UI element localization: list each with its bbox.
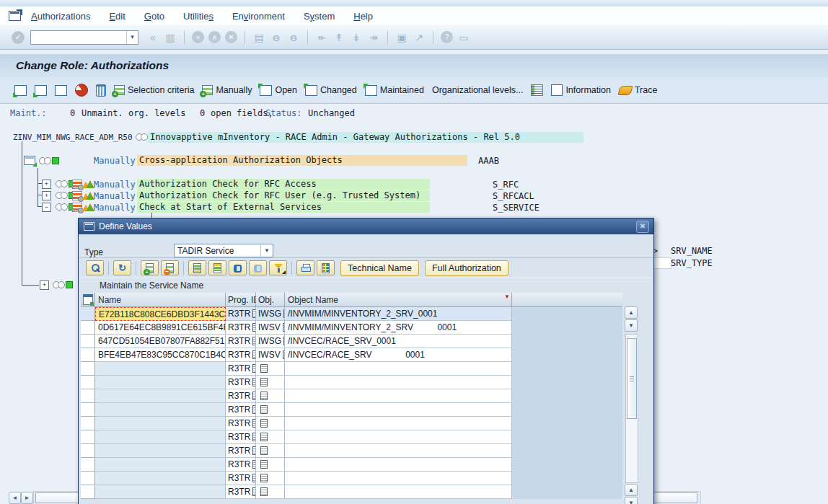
object-name-cell[interactable]: [285, 389, 512, 403]
create-shortcut-icon[interactable]: ↗: [412, 30, 426, 45]
row-selector-cell[interactable]: [81, 417, 95, 430]
name-cell[interactable]: [95, 485, 226, 499]
row-selector-cell[interactable]: [81, 376, 95, 389]
name-cell[interactable]: 647CD51054EB07807FA882F5125B6F: [95, 335, 226, 348]
change-icon[interactable]: [72, 191, 82, 200]
row-selector-cell[interactable]: [81, 444, 95, 458]
object-expander-icon[interactable]: −: [42, 203, 51, 212]
document-icon[interactable]: [260, 364, 268, 373]
obj-cell[interactable]: [256, 389, 285, 403]
name-cell[interactable]: [95, 376, 226, 389]
object-name-cell[interactable]: [285, 362, 512, 376]
save-icon[interactable]: ▥: [163, 30, 177, 45]
row-selector-cell[interactable]: [81, 458, 95, 472]
first-page-icon[interactable]: ↞: [314, 30, 329, 45]
menu-item-help[interactable]: Help: [353, 11, 373, 22]
object-name-cell[interactable]: [285, 485, 512, 499]
enter-check-icon[interactable]: ✓: [12, 31, 25, 44]
prog-id-cell[interactable]: R3TR: [226, 444, 256, 458]
name-cell[interactable]: [95, 403, 226, 417]
last-page-icon[interactable]: ↠: [366, 30, 381, 45]
document-icon[interactable]: [260, 405, 268, 414]
row-selector-cell[interactable]: [81, 430, 95, 444]
obj-cell[interactable]: IWSV: [256, 321, 285, 335]
organizational-levels-button[interactable]: Organizational levels...: [432, 85, 523, 95]
scroll-down-bottom-icon[interactable]: ▼: [625, 497, 638, 504]
obj-cell[interactable]: [256, 458, 285, 472]
sort-ascending-icon[interactable]: [188, 260, 206, 275]
name-cell[interactable]: [95, 430, 226, 444]
obj-cell[interactable]: [256, 417, 285, 430]
vertical-scrollbar-track[interactable]: [625, 334, 638, 483]
prog-id-cell[interactable]: R3TR: [226, 430, 256, 444]
prog-id-cell[interactable]: R3TR: [226, 307, 256, 321]
obj-cell[interactable]: IWSV: [256, 348, 285, 362]
choose-detail-icon[interactable]: [86, 260, 104, 275]
find-icon[interactable]: ꙫ: [269, 30, 283, 45]
new-session-icon[interactable]: ▣: [395, 30, 409, 45]
object-name-cell[interactable]: [285, 376, 512, 389]
find-next-icon[interactable]: [249, 260, 267, 275]
obj-cell[interactable]: [256, 362, 285, 376]
name-cell[interactable]: [95, 417, 226, 430]
prog-id-cell[interactable]: R3TR: [226, 362, 256, 376]
class-text[interactable]: Cross-application Authorization Objects: [137, 155, 467, 166]
object-name-cell[interactable]: /INVMIM/MINVENTORY_2_SRV 0001: [285, 321, 512, 335]
object-expander-icon[interactable]: +: [42, 191, 51, 200]
column-header-prog-id[interactable]: Prog. ID: [226, 293, 256, 307]
select-all-cell[interactable]: [81, 293, 95, 307]
column-header-obj-[interactable]: Obj.: [256, 293, 285, 307]
prog-id-cell[interactable]: R3TR: [226, 403, 256, 417]
open-button[interactable]: Open: [260, 85, 297, 96]
command-field[interactable]: ▼: [30, 30, 138, 45]
document-icon[interactable]: [260, 487, 268, 496]
name-cell[interactable]: 0D617E64EC8B9891CE615BF4F640E5: [95, 321, 226, 335]
next-page-icon[interactable]: ↡: [349, 30, 364, 45]
row-selector-cell[interactable]: [81, 472, 95, 485]
object-maintenance-mode[interactable]: Manually: [94, 191, 136, 201]
manually-button[interactable]: Manually: [202, 85, 252, 95]
name-cell[interactable]: BFE4EB47E83C95CC870C1B4C8756FF: [95, 348, 226, 362]
delete-icon[interactable]: [96, 84, 106, 97]
document-icon[interactable]: [260, 378, 268, 386]
sort-descending-icon[interactable]: [208, 260, 226, 275]
collapse-command-icon[interactable]: «: [146, 30, 160, 45]
menu-item-environment[interactable]: Environment: [232, 11, 285, 22]
row-selector-cell[interactable]: [81, 307, 95, 321]
filter-dropdown-caret[interactable]: [282, 270, 286, 274]
object-maintenance-mode[interactable]: Manually: [94, 180, 136, 190]
obj-cell[interactable]: [256, 485, 285, 499]
full-authorization-button[interactable]: Full Authorization: [425, 260, 508, 276]
obj-cell[interactable]: [256, 403, 285, 417]
object-name-cell[interactable]: [285, 458, 512, 472]
prog-id-cell[interactable]: R3TR: [226, 348, 256, 362]
insert-row-icon[interactable]: [141, 260, 159, 275]
row-selector-cell[interactable]: [81, 403, 95, 417]
scroll-up-icon[interactable]: ▲: [625, 306, 638, 319]
scroll-right-icon[interactable]: ►: [21, 492, 33, 504]
command-dropdown-icon[interactable]: ▼: [126, 31, 138, 44]
row-selector-cell[interactable]: [81, 348, 95, 362]
document-icon[interactable]: [260, 433, 268, 441]
column-header-name[interactable]: Name: [95, 293, 226, 307]
document-icon[interactable]: [260, 460, 268, 469]
object-text[interactable]: Authorization Check for RFC User (e.g. T…: [137, 190, 430, 201]
exit-icon[interactable]: ✕: [225, 31, 237, 43]
menu-item-system[interactable]: System: [304, 11, 335, 22]
prog-id-cell[interactable]: R3TR: [226, 321, 256, 335]
object-text[interactable]: Authorization Check for RFC Access: [137, 179, 430, 190]
chevron-down-icon[interactable]: ▼: [260, 244, 273, 257]
type-select[interactable]: TADIR Service ▼: [174, 244, 273, 257]
obj-cell[interactable]: IWSG: [256, 335, 285, 348]
menu-item-utilities[interactable]: Utilities: [183, 11, 213, 22]
up-icon[interactable]: ∧: [208, 31, 221, 43]
technical-name-button[interactable]: Technical Name: [340, 260, 419, 276]
scroll-down-icon[interactable]: ▼: [625, 319, 638, 332]
filter-icon[interactable]: [269, 260, 287, 275]
name-cell[interactable]: [95, 472, 226, 485]
obj-cell[interactable]: IWSG: [256, 307, 285, 321]
menu-item-goto[interactable]: Goto: [144, 11, 164, 22]
back-icon[interactable]: «: [192, 31, 204, 43]
scroll-left-icon[interactable]: ◄: [9, 492, 21, 504]
maintained-button[interactable]: Maintained: [365, 85, 424, 96]
